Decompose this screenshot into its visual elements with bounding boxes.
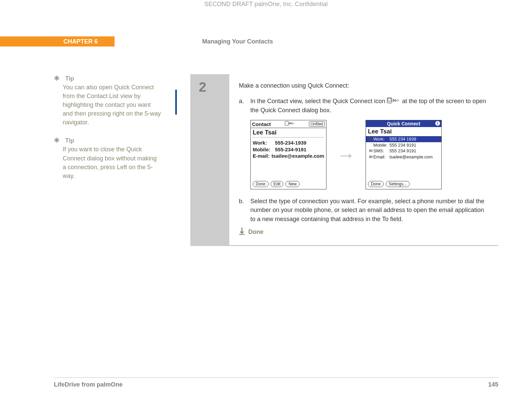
field-label: Email: [373,154,389,160]
qc-row-mobile: Mobile: 555 234 9191 [366,142,441,148]
field-label: Work: [253,140,275,146]
qc-row-work: 📞 Work: 555 234 1939 [366,136,441,142]
qc-row-email: ✉ Email: tsailee@example.com [366,154,441,160]
svg-rect-1 [388,98,391,101]
new-button: New [285,181,300,187]
svg-marker-8 [292,122,294,125]
sms-icon: ✉ [368,148,373,154]
step-number: 2 [191,74,229,245]
category-label: Unfiled [309,121,325,127]
email-icon: ✉ [368,154,373,160]
tip-body: You can also open Quick Connect from the… [63,83,162,127]
contact-name: Lee Tsai [366,127,441,136]
info-icon: i [435,121,440,126]
asterisk-icon: ✱ [54,74,60,82]
field-label: E-mail: [253,153,272,159]
field-label: SMS: [373,148,389,154]
list-letter: b. [239,197,246,223]
settings-button: Settings... [386,181,410,187]
field-value: 555 234 9191 [389,148,439,154]
step-a-text-pre: In the Contact view, select the Quick Co… [250,98,387,104]
tip-1: ✱ Tip You can also open Quick Connect fr… [54,74,162,127]
contact-view-screenshot: Contact Unfiled [250,120,326,189]
product-name: LifeDrive from palmOne [54,381,123,388]
svg-marker-4 [397,99,400,102]
field-value: tsailee@example.com [272,153,324,159]
done-label: Done [248,228,263,236]
step-b-text: Select the type of connection you want. … [250,197,488,223]
screen-title: Contact [252,121,271,127]
page-header: CHAPTER 6 Managing Your Contacts [0,36,532,47]
page-footer: LifeDrive from palmOne 145 [54,377,498,388]
arrow-down-stop-icon [239,227,245,237]
edit-button: Edit [271,181,284,187]
tip-2: ✱ Tip If you want to close the Quick Con… [54,136,162,180]
tip-body: If you want to close the Quick Connect d… [63,145,162,180]
quick-connect-icon [285,121,295,127]
step-item-a: a. In the Contact view, select the Quick… [239,97,488,115]
revision-bar [175,90,177,115]
confidential-watermark: SECOND DRAFT palmOne, Inc. Confidential [0,1,532,8]
step-item-b: b. Select the type of connection you wan… [239,197,488,223]
screen-title: Quick Connect [387,121,420,126]
step-intro: Make a connection using Quick Connect: [239,82,488,89]
asterisk-icon: ✱ [54,136,60,144]
done-button: Done [368,181,384,187]
contact-name: Lee Tsai [251,128,326,137]
field-value: 555 234 9191 [389,142,439,148]
screenshot-row: Contact Unfiled [250,120,488,189]
page-number: 145 [488,381,498,388]
field-value: 555 234 1939 [389,136,439,142]
field-value: tsailee@example.com [389,154,439,160]
list-letter: a. [239,97,246,115]
svg-marker-10 [240,232,244,234]
field-label: Mobile: [253,146,275,153]
done-indicator: Done [239,227,488,237]
field-value: 555-234-9191 [275,146,306,153]
field-label: Mobile: [373,142,389,148]
section-title: Managing Your Contacts [115,36,532,47]
tip-heading: Tip [65,137,74,144]
quick-connect-screenshot: Quick Connect i Lee Tsai 📞 Work: 555 234… [366,120,442,189]
tips-column: ✱ Tip You can also open Quick Connect fr… [54,74,162,246]
svg-rect-5 [285,121,288,125]
tip-heading: Tip [65,75,74,82]
field-label: Work: [373,136,389,142]
instruction-step-box: 2 Make a connection using Quick Connect:… [190,74,498,246]
arrow-right-icon: → [337,144,355,166]
field-value: 555-234-1939 [275,140,306,146]
done-button: Done [253,181,269,187]
qc-row-sms: ✉ SMS: 555 234 9191 [366,148,441,154]
chapter-badge: CHAPTER 6 [0,36,115,47]
phone-icon: 📞 [368,136,373,142]
quick-connect-icon [387,97,400,106]
